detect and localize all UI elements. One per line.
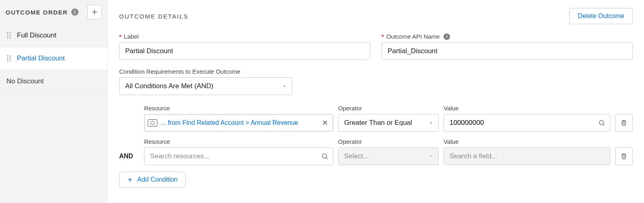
operator-header: Operator	[338, 138, 439, 145]
svg-line-15	[603, 124, 604, 125]
sidebar-item-no-discount[interactable]: No Discount	[0, 70, 107, 93]
sidebar-item-label: No Discount	[6, 77, 44, 85]
svg-line-17	[326, 157, 327, 159]
svg-point-14	[599, 120, 604, 125]
operator-select[interactable]: Select...	[338, 147, 439, 165]
svg-point-8	[7, 55, 8, 56]
delete-outcome-button[interactable]: Delete Outcome	[569, 8, 633, 24]
svg-point-6	[7, 37, 8, 38]
delete-condition-button[interactable]	[615, 147, 633, 165]
delete-condition-button[interactable]	[615, 114, 633, 132]
sidebar-item-partial-discount[interactable]: Partial Discount	[0, 47, 107, 70]
label-input[interactable]	[119, 42, 370, 60]
required-asterisk: *	[382, 33, 384, 40]
and-label: AND	[119, 147, 139, 165]
sidebar-item-full-discount[interactable]: Full Discount	[0, 24, 107, 47]
drag-handle-icon[interactable]	[6, 55, 11, 62]
sidebar-header: OUTCOME ORDER i	[0, 0, 107, 24]
condition-row: Resource ... from Find Related Account >…	[119, 105, 633, 132]
svg-point-7	[9, 37, 10, 38]
resource-header: Resource	[144, 105, 333, 112]
svg-point-9	[9, 55, 10, 56]
sidebar-item-label: Full Discount	[17, 31, 56, 39]
condition-requirements-label: Condition Requirements to Execute Outcom…	[119, 68, 633, 75]
panel-title: OUTCOME DETAILS	[119, 13, 188, 20]
required-asterisk: *	[119, 33, 122, 40]
resource-pill-text: ... from Find Related Account > Annual R…	[161, 119, 317, 126]
chevron-down-icon	[429, 154, 433, 159]
drag-handle-icon[interactable]	[6, 32, 11, 39]
currency-icon	[148, 119, 157, 126]
sidebar-title: OUTCOME ORDER	[6, 9, 68, 16]
outcome-details-panel: OUTCOME DETAILS Delete Outcome * Label *…	[108, 0, 644, 203]
condition-requirements-select[interactable]: All Conditions Are Met (AND)	[119, 77, 292, 95]
api-name-input[interactable]	[382, 42, 633, 60]
value-header: Value	[444, 105, 610, 112]
value-input[interactable]	[444, 114, 610, 132]
value-header: Value	[444, 138, 610, 145]
sidebar-item-label: Partial Discount	[17, 54, 65, 62]
svg-point-3	[9, 32, 10, 33]
resource-input[interactable]	[144, 147, 333, 165]
svg-point-10	[7, 58, 8, 59]
search-icon[interactable]	[321, 153, 328, 160]
info-icon[interactable]: i	[71, 8, 78, 16]
condition-row: AND Resource Operator Select...	[119, 138, 633, 165]
resource-input[interactable]: ... from Find Related Account > Annual R…	[144, 114, 333, 132]
api-name-field-label: * Outcome API Name i	[382, 33, 633, 40]
resource-header: Resource	[144, 138, 333, 145]
svg-point-5	[9, 35, 10, 36]
info-icon[interactable]: i	[444, 33, 450, 40]
svg-point-12	[7, 60, 8, 61]
search-icon[interactable]	[598, 119, 605, 126]
add-outcome-button[interactable]	[87, 5, 102, 19]
value-input[interactable]	[444, 147, 610, 165]
outcome-order-sidebar: OUTCOME ORDER i Full Discount Partial Di…	[0, 0, 108, 203]
label-field-label: * Label	[119, 33, 370, 40]
operator-header: Operator	[338, 105, 439, 112]
clear-resource-icon[interactable]: ✕	[320, 118, 330, 127]
operator-select[interactable]: Greater Than or Equal	[338, 114, 439, 132]
add-condition-button[interactable]: Add Condition	[119, 172, 186, 188]
svg-point-4	[7, 35, 8, 36]
svg-point-16	[322, 154, 327, 158]
chevron-down-icon	[429, 120, 433, 125]
svg-point-13	[9, 60, 10, 61]
chevron-down-icon	[282, 84, 287, 89]
svg-point-11	[9, 58, 10, 59]
svg-point-2	[7, 32, 8, 33]
